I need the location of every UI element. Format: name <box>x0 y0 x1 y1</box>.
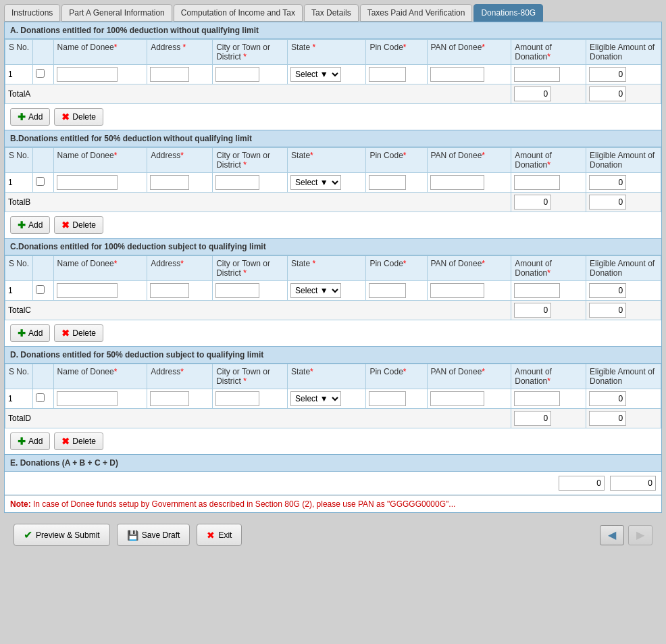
row-amt-a1[interactable] <box>514 67 560 82</box>
total-row-c: TotalC <box>5 301 661 320</box>
col-header-chk-d <box>33 364 53 389</box>
total-row-b: TotalB <box>5 193 661 212</box>
row-checkbox-d1[interactable] <box>36 393 45 402</box>
row-amt-d1[interactable] <box>514 391 560 406</box>
col-header-sno-a: S No. <box>5 40 33 65</box>
row-name-b1[interactable] <box>57 175 118 190</box>
total-label-c: TotalC <box>5 301 511 320</box>
col-header-state-a: State * <box>288 40 366 65</box>
col-header-city-b: City or Town or District * <box>213 148 288 173</box>
col-header-amt-d: Amount of Donation* <box>511 364 586 389</box>
row-pin-d1[interactable] <box>369 391 406 406</box>
total-elig-c <box>589 303 626 318</box>
row-city-d1[interactable] <box>215 391 259 406</box>
row-pan-b1[interactable] <box>430 175 484 190</box>
row-city-c1[interactable] <box>215 283 259 298</box>
tab-taxes-paid[interactable]: Taxes Paid And Verification <box>360 4 473 22</box>
row-addr-b1[interactable] <box>150 175 189 190</box>
tab-part-a[interactable]: Part A General Information <box>61 4 172 22</box>
btn-row-d: ✚ Add ✖ Delete <box>5 428 661 454</box>
section-e: E. Donations (A + B + C + D) <box>5 455 661 495</box>
col-header-sno-d: S No. <box>5 364 33 389</box>
note-row: Note: In case of Donee funds setup by Go… <box>5 495 661 512</box>
row-amt-c1[interactable] <box>514 283 560 298</box>
x-icon-c: ✖ <box>61 328 70 339</box>
row-pan-c1[interactable] <box>430 283 484 298</box>
tab-instructions[interactable]: Instructions <box>4 4 60 22</box>
row-state-c1[interactable]: Select ▼ <box>290 283 341 298</box>
row-pan-d1[interactable] <box>430 391 484 406</box>
section-b-header: B.Donations entitled for 50% deduction w… <box>5 130 661 147</box>
note-text: In case of Donee funds setup by Governme… <box>33 499 455 509</box>
col-header-elig-c: Eligible Amount of Donation <box>586 256 661 281</box>
row-addr-d1[interactable] <box>150 391 189 406</box>
tab-tax-details[interactable]: Tax Details <box>304 4 359 22</box>
x-icon-d: ✖ <box>61 436 70 447</box>
row-sno-a1: 1 <box>5 65 33 84</box>
plus-icon-c: ✚ <box>18 328 26 339</box>
col-header-sno-c: S No. <box>5 256 33 281</box>
row-name-a1[interactable] <box>57 67 118 82</box>
row-name-d1[interactable] <box>57 391 118 406</box>
row-sno-b1: 1 <box>5 173 33 193</box>
col-header-city-a: City or Town or District * <box>213 40 288 65</box>
total-amt-d <box>514 411 551 426</box>
row-city-a1[interactable] <box>215 67 259 82</box>
footer-buttons: ✔ Preview & Submit 💾 Save Draft ✖ Exit <box>14 524 242 546</box>
preview-submit-button[interactable]: ✔ Preview & Submit <box>14 524 110 546</box>
col-header-sno-b: S No. <box>5 148 33 173</box>
row-checkbox-a1[interactable] <box>36 69 45 78</box>
btn-row-b: ✚ Add ✖ Delete <box>5 212 661 238</box>
section-b: B.Donations entitled for 50% deduction w… <box>5 130 661 239</box>
checkmark-icon: ✔ <box>24 528 32 541</box>
section-c-table: S No. Name of Donee* Address* City or To… <box>5 255 661 320</box>
row-addr-a1[interactable] <box>150 67 189 82</box>
row-pin-a1[interactable] <box>369 67 406 82</box>
col-header-name-d: Name of Donee* <box>53 364 147 389</box>
section-c-header: C.Donations entitled for 100% deduction … <box>5 239 661 255</box>
delete-button-b[interactable]: ✖ Delete <box>54 216 103 234</box>
total-amt-c <box>514 303 551 318</box>
section-a-table: S No. Name of Donee* Address * City or T… <box>5 39 661 104</box>
col-header-pin-d: Pin Code* <box>366 364 427 389</box>
row-city-b1[interactable] <box>215 175 259 190</box>
row-checkbox-b1[interactable] <box>36 177 45 186</box>
section-e-totals <box>5 472 661 495</box>
row-state-b1[interactable]: Select ▼ <box>290 175 341 190</box>
exit-button[interactable]: ✖ Exit <box>197 524 242 546</box>
col-header-chk-a <box>33 40 53 65</box>
col-header-addr-c: Address* <box>147 256 213 281</box>
prev-button[interactable]: ◀ <box>600 525 624 545</box>
total-elig-d <box>589 411 626 426</box>
row-name-c1[interactable] <box>57 283 118 298</box>
save-draft-button[interactable]: 💾 Save Draft <box>117 524 190 546</box>
row-pin-b1[interactable] <box>369 175 406 190</box>
add-button-a[interactable]: ✚ Add <box>10 108 50 126</box>
total-label-a: TotalA <box>5 84 511 104</box>
row-pin-c1[interactable] <box>369 283 406 298</box>
add-button-b[interactable]: ✚ Add <box>10 216 50 234</box>
col-header-amt-b: Amount of Donation* <box>511 148 586 173</box>
row-state-d1[interactable]: Select ▼ <box>290 391 341 406</box>
section-a: A. Donations entitled for 100% deduction… <box>5 22 661 130</box>
row-state-a1[interactable]: Select ▼ <box>290 67 341 82</box>
add-button-d[interactable]: ✚ Add <box>10 432 50 450</box>
col-header-pin-b: Pin Code* <box>366 148 427 173</box>
row-sno-c1: 1 <box>5 281 33 301</box>
row-amt-b1[interactable] <box>514 175 560 190</box>
tab-computation[interactable]: Computation of Income and Tax <box>174 4 303 22</box>
row-checkbox-c1[interactable] <box>36 285 45 294</box>
row-pan-a1[interactable] <box>430 67 484 82</box>
col-header-pin-a: Pin Code* <box>366 40 427 65</box>
delete-button-c[interactable]: ✖ Delete <box>54 324 103 342</box>
delete-button-a[interactable]: ✖ Delete <box>54 108 103 126</box>
delete-button-d[interactable]: ✖ Delete <box>54 432 103 450</box>
add-button-c[interactable]: ✚ Add <box>10 324 50 342</box>
row-addr-c1[interactable] <box>150 283 189 298</box>
next-button[interactable]: ▶ <box>628 525 652 545</box>
navigation-buttons: ◀ ▶ <box>600 525 652 545</box>
row-elig-d1 <box>589 391 626 406</box>
tab-donations-80g[interactable]: Donations-80G <box>473 4 543 22</box>
section-d-header: D. Donations entitled for 50% deduction … <box>5 347 661 364</box>
table-row: 1 Select ▼ <box>5 389 661 409</box>
